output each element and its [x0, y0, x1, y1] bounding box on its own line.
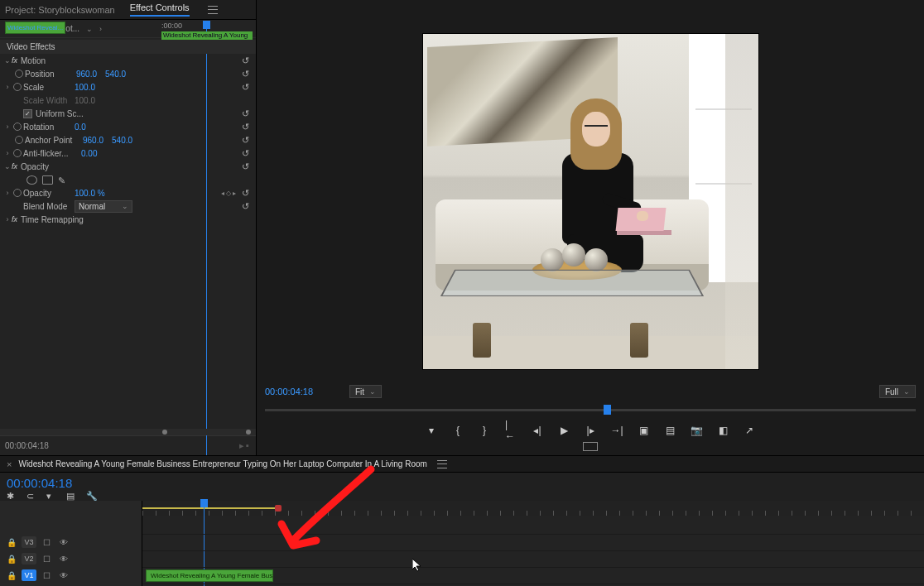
sequence-tab-name[interactable]: Wideshot Revealing A Young Female Busine…	[18, 459, 426, 468]
uniform-scale-checkbox[interactable]: ✓	[23, 109, 32, 118]
track-target-v3[interactable]: V3	[22, 536, 36, 548]
step-back-icon[interactable]: ◂|	[532, 425, 543, 436]
reset-icon[interactable]: ↺	[239, 69, 251, 79]
disclosure-icon[interactable]: ⌄	[3, 162, 12, 171]
track-visibility-icon[interactable]: 👁	[60, 555, 70, 564]
go-to-out-icon[interactable]: →|	[611, 425, 623, 436]
snap-icon[interactable]: ✱	[7, 491, 17, 501]
stopwatch-icon[interactable]	[13, 83, 22, 91]
track-visibility-icon[interactable]: 👁	[60, 538, 70, 547]
keyframe-nav-icon[interactable]: ◂ ◇ ▸	[221, 190, 236, 197]
timeline-ruler[interactable]	[142, 501, 924, 516]
time-remapping-row[interactable]: › fx Time Remapping	[0, 213, 256, 226]
lock-icon[interactable]: 🔒	[7, 538, 15, 547]
disclosure-icon[interactable]: ›	[3, 149, 12, 157]
program-timecode[interactable]: 00:00:04:18	[265, 387, 339, 396]
go-to-in-icon[interactable]: |←	[505, 425, 517, 436]
reset-icon[interactable]: ↺	[239, 55, 251, 65]
track-v3-lane[interactable]	[142, 534, 924, 550]
lock-icon[interactable]: 🔒	[7, 555, 15, 564]
reset-icon[interactable]: ↺	[239, 201, 251, 211]
scale-value[interactable]: 100.0	[75, 83, 95, 92]
fx-badge-icon[interactable]: fx	[12, 56, 17, 65]
export-frame-icon[interactable]: 📷	[691, 425, 702, 436]
button-editor-icon[interactable]: ↗	[744, 425, 755, 436]
sync-lock-icon[interactable]: ☐	[43, 571, 53, 580]
track-visibility-icon[interactable]: 👁	[60, 571, 70, 580]
motion-effect-row[interactable]: ⌄ fx Motion ↺	[0, 54, 256, 67]
rectangle-mask-icon[interactable]	[42, 175, 53, 185]
play-icon[interactable]: ▶	[558, 425, 570, 436]
settings-icon[interactable]: ▤	[66, 491, 76, 501]
blend-mode-select[interactable]: Normal⌄	[75, 200, 132, 213]
project-tab[interactable]: Project: Storyblockswoman	[5, 5, 115, 15]
track-v2-lane[interactable]	[142, 550, 924, 567]
anchor-x-value[interactable]: 960.0	[83, 136, 103, 145]
track-header-v2[interactable]: 🔒 V2 ☐ 👁	[0, 550, 142, 567]
comparison-view-icon[interactable]: ◧	[717, 425, 729, 436]
mark-in-icon[interactable]: {	[452, 425, 464, 436]
safe-margins-icon[interactable]	[583, 442, 598, 451]
fx-badge-icon[interactable]: fx	[12, 162, 17, 171]
linked-selection-icon[interactable]: ⊂	[26, 491, 36, 501]
position-x-value[interactable]: 960.0	[76, 70, 97, 79]
stopwatch-icon[interactable]	[13, 149, 22, 157]
stopwatch-icon[interactable]	[13, 122, 22, 131]
lock-icon[interactable]: 🔒	[7, 571, 15, 580]
fx-badge-icon[interactable]: fx	[12, 215, 17, 223]
sync-lock-icon[interactable]: ☐	[43, 555, 53, 564]
reset-icon[interactable]: ↺	[239, 122, 251, 132]
lift-icon[interactable]: ▣	[638, 425, 649, 436]
pen-mask-icon[interactable]: ✎	[58, 175, 69, 185]
sync-lock-icon[interactable]: ☐	[43, 538, 53, 547]
extract-icon[interactable]: ▤	[664, 425, 676, 436]
marker-tool-icon[interactable]: ▾	[46, 491, 56, 501]
stopwatch-icon[interactable]	[13, 189, 22, 197]
disclosure-icon[interactable]: ⌄	[3, 56, 12, 65]
program-monitor-viewport[interactable]	[423, 34, 758, 369]
program-scrub-bar[interactable]	[265, 402, 916, 419]
reset-icon[interactable]: ↺	[239, 148, 251, 158]
effect-controls-tab[interactable]: Effect Controls	[130, 2, 190, 17]
stopwatch-icon[interactable]	[15, 136, 23, 144]
stopwatch-icon[interactable]	[15, 70, 23, 78]
zoom-scroll-icon[interactable]: ▸▪	[239, 440, 251, 451]
opacity-effect-row[interactable]: ⌄ fx Opacity ↺	[0, 160, 256, 173]
step-forward-icon[interactable]: |▸	[585, 425, 596, 436]
disclosure-icon[interactable]: ›	[3, 189, 12, 197]
panel-menu-icon[interactable]	[208, 6, 218, 14]
disclosure-icon[interactable]: ›	[3, 215, 12, 223]
opacity-value[interactable]: 100.0 %	[75, 189, 105, 198]
disclosure-icon[interactable]: ›	[3, 122, 12, 131]
reset-icon[interactable]: ↺	[239, 82, 251, 92]
zoom-fit-select[interactable]: Fit⌄	[349, 385, 382, 398]
mark-out-icon[interactable]: }	[479, 425, 490, 436]
track-target-v2[interactable]: V2	[22, 553, 36, 564]
reset-icon[interactable]: ↺	[239, 135, 251, 145]
timeline-clip[interactable]: Wideshot Revealing A Young Female Bus	[146, 569, 273, 582]
anchor-y-value[interactable]: 540.0	[112, 136, 132, 145]
effect-controls-timecode[interactable]: 00:00:04:18	[5, 441, 49, 450]
wrench-icon[interactable]: 🔧	[86, 491, 96, 501]
rotation-value[interactable]: 0.0	[75, 122, 86, 132]
position-y-value[interactable]: 540.0	[105, 70, 126, 79]
source-clip-link[interactable]: Wideshot Reveal...	[5, 22, 65, 34]
timeline-track-area[interactable]: Wideshot Revealing A Young Female Bus	[142, 501, 924, 586]
mini-playhead[interactable]	[203, 21, 210, 29]
program-scrub-thumb[interactable]	[604, 405, 611, 415]
reset-icon[interactable]: ↺	[239, 161, 251, 171]
close-sequence-icon[interactable]: ×	[7, 459, 12, 469]
reset-icon[interactable]: ↺	[239, 108, 251, 118]
playback-resolution-select[interactable]: Full⌄	[879, 385, 916, 398]
effect-mini-timeline[interactable]: :00:00 Wideshot Revealing A Young	[161, 22, 257, 36]
panel-menu-icon[interactable]	[437, 460, 447, 468]
ellipse-mask-icon[interactable]	[26, 175, 37, 185]
timeline-timecode[interactable]: 00:00:04:18	[7, 476, 72, 490]
track-target-v1[interactable]: V1	[22, 569, 36, 581]
track-v1-lane[interactable]: Wideshot Revealing A Young Female Bus	[142, 567, 924, 584]
antiflicker-value[interactable]: 0.00	[81, 149, 97, 158]
disclosure-icon[interactable]: ›	[3, 83, 12, 91]
track-header-v3[interactable]: 🔒 V3 ☐ 👁	[0, 534, 142, 550]
reset-icon[interactable]: ↺	[239, 188, 251, 198]
work-area-end-icon[interactable]	[275, 505, 282, 512]
